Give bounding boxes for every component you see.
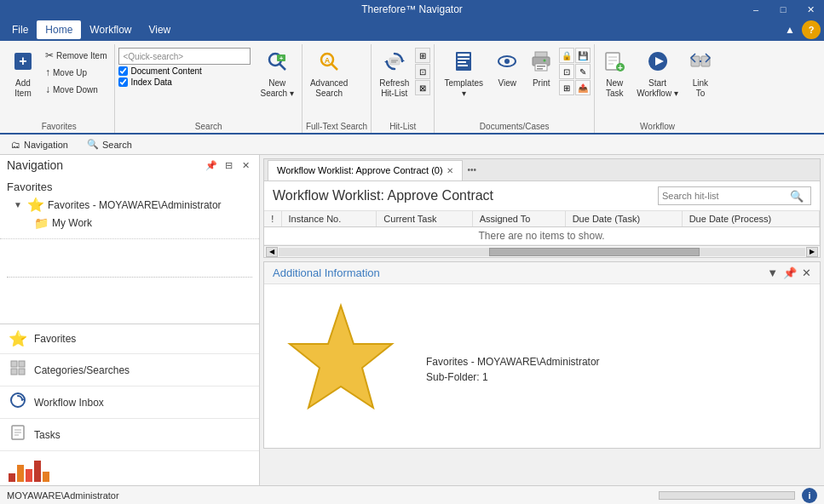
scroll-thumb[interactable] (489, 248, 700, 256)
templates-button[interactable]: Templates ▾ (438, 46, 489, 104)
col-due-date-process[interactable]: Due Date (Process) (682, 211, 819, 227)
menu-right: ▲ ? (781, 20, 821, 39)
hit-list-btn1[interactable]: ⊞ (415, 48, 430, 63)
worklist-tab[interactable]: Workflow Worklist: Approve Contract (0) … (268, 160, 463, 180)
menu-workflow[interactable]: Workflow (81, 20, 140, 39)
index-data-checkbox[interactable] (118, 77, 128, 87)
move-down-icon: ↓ (45, 83, 50, 95)
refresh-hit-list-button[interactable]: RefreshHit-List (375, 46, 413, 104)
docs-btn1[interactable]: 🔒 (559, 48, 574, 63)
hit-list-btn3[interactable]: ⊠ (415, 80, 430, 95)
status-chart-area (0, 451, 259, 485)
status-user: MOYAWARE\Administrator (7, 490, 119, 501)
sidebar-separator-2 (7, 277, 252, 278)
svg-rect-49 (17, 465, 24, 482)
star-svg (281, 301, 400, 421)
maximize-button[interactable]: □ (769, 0, 797, 19)
svg-line-7 (331, 64, 337, 70)
svg-rect-52 (43, 472, 49, 482)
move-down-label: Move Down (53, 85, 98, 94)
move-up-button[interactable]: ↑ Move Up (41, 65, 111, 80)
document-content-checkbox[interactable] (118, 66, 128, 76)
svg-rect-48 (9, 473, 15, 482)
nav-icon-item[interactable]: 🗂 Navigation (7, 137, 72, 152)
worklist-tab-menu-btn[interactable]: ••• (464, 163, 481, 176)
col-assigned-to[interactable]: Assigned To (472, 211, 565, 227)
help-button[interactable]: ? (802, 20, 821, 39)
link-to-button[interactable]: LinkTo (684, 46, 717, 104)
sidebar-pin-button[interactable]: 📌 (205, 158, 218, 172)
svg-text:+: + (618, 63, 623, 72)
svg-text:+: + (19, 54, 26, 68)
refresh-icon (383, 49, 406, 77)
favorites-tree-item[interactable]: ▼ ⭐ Favorites - MOYAWARE\Administrator (7, 195, 252, 215)
col-current-task[interactable]: Current Task (377, 211, 472, 227)
add-info-content: Favorites - MOYAWARE\Administrator Sub-F… (264, 284, 820, 438)
sidebar-item-tasks[interactable]: Tasks (0, 419, 259, 451)
new-search-button[interactable]: + NewSearch ▾ (256, 46, 297, 104)
hit-list-btn2[interactable]: ⊡ (415, 64, 430, 79)
my-work-item[interactable]: 📁 My Work (7, 215, 252, 232)
new-task-button[interactable]: + NewTask (598, 46, 631, 104)
search-item[interactable]: 🔍 Search (83, 136, 136, 152)
menu-view[interactable]: View (140, 20, 179, 39)
expand-icon: ▼ (14, 200, 24, 209)
quick-search-input[interactable] (123, 52, 246, 61)
docs-btn3[interactable]: ⊡ (559, 64, 574, 79)
docs-btn6[interactable]: 📤 (575, 80, 591, 95)
col-instance-no[interactable]: Instance No. (281, 211, 377, 227)
add-info-close-btn[interactable]: ✕ (802, 266, 811, 279)
add-info-down-btn[interactable]: ▼ (767, 266, 778, 279)
menu-home[interactable]: Home (37, 20, 81, 39)
sidebar-item-workflow-inbox[interactable]: Workflow Inbox (0, 387, 259, 419)
view-button[interactable]: View (491, 46, 523, 104)
docs-btn2[interactable]: 💾 (575, 48, 591, 63)
ribbon-group-search: Document Content Index Data + NewSearch (115, 44, 302, 133)
add-info-pin-btn[interactable]: 📌 (783, 266, 797, 279)
up-arrow-btn[interactable]: ▲ (781, 21, 798, 38)
add-info-subfolder-label: Sub-Folder: 1 (426, 371, 600, 383)
empty-message: There are no items to show. (264, 227, 820, 245)
worklist-search-icon[interactable]: 🔍 (790, 190, 804, 203)
worklist-panel: Workflow Worklist: Approve Contract (0) … (263, 158, 821, 258)
tasks-label: Tasks (34, 429, 61, 441)
remove-item-button[interactable]: ✂ Remove Item (41, 48, 111, 63)
menu-file[interactable]: File (3, 20, 37, 39)
workflow-group-label: Workflow (598, 122, 717, 133)
nav-toolbar-icon: 🗂 (11, 140, 20, 150)
sidebar-header: Navigation 📌 ⊟ ✕ (0, 155, 259, 175)
sidebar-item-favorites[interactable]: ⭐ Favorites (0, 324, 259, 354)
worklist-search-input[interactable] (662, 191, 790, 201)
docs-buttons: Templates ▾ View (438, 44, 591, 122)
docs-btn5[interactable]: ⊞ (559, 80, 574, 95)
print-button[interactable]: Print (525, 46, 557, 104)
docs-btn4[interactable]: ✎ (575, 64, 591, 79)
scroll-track[interactable] (279, 248, 805, 256)
move-down-button[interactable]: ↓ Move Down (41, 82, 111, 97)
sidebar-minimize-button[interactable]: ⊟ (222, 158, 235, 172)
start-workflow-button[interactable]: StartWorkflow ▾ (632, 46, 683, 104)
advanced-search-button[interactable]: A AdvancedSearch (306, 46, 352, 104)
info-button[interactable]: i (802, 488, 817, 503)
sidebar-close-button[interactable]: ✕ (239, 158, 252, 172)
worklist-tab-bar: Workflow Worklist: Approve Contract (0) … (264, 159, 820, 181)
svg-text:+: + (279, 54, 284, 62)
scroll-right-arrow[interactable]: ▶ (806, 247, 818, 257)
table-header-row: ! Instance No. Current Task Assigned To … (264, 211, 820, 227)
print-icon (529, 49, 553, 77)
close-button[interactable]: ✕ (797, 0, 824, 19)
refresh-hit-list-label: RefreshHit-List (379, 78, 409, 99)
svg-rect-25 (537, 68, 543, 70)
sidebar-item-categories[interactable]: Categories/Searches (0, 354, 259, 387)
hitlist-group-label: Hit-List (375, 122, 430, 133)
worklist-tab-close-btn[interactable]: ✕ (447, 166, 453, 175)
col-due-date-task[interactable]: Due Date (Task) (565, 211, 682, 227)
remove-item-icon: ✂ (45, 49, 54, 61)
add-item-button[interactable]: + AddItem (7, 46, 39, 104)
hitlist-buttons: RefreshHit-List ⊞ ⊡ ⊠ (375, 44, 430, 122)
docs-group-label: Documents/Cases (438, 122, 591, 133)
ribbon: + AddItem ✂ Remove Item ↑ Move Up ↓ Move… (0, 41, 824, 135)
minimize-button[interactable]: – (742, 0, 769, 19)
scroll-left-arrow[interactable]: ◀ (266, 247, 278, 257)
status-scrollbar[interactable] (659, 491, 795, 500)
